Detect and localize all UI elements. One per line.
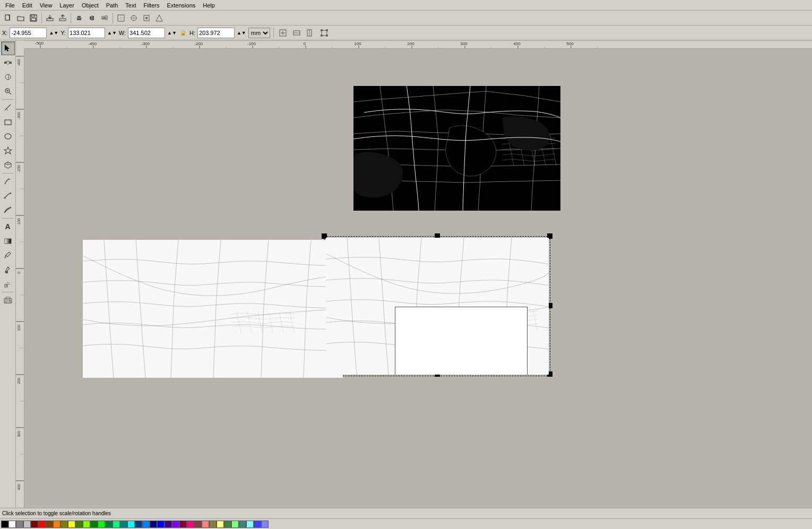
swatch-yellowgreen[interactable]: [83, 521, 90, 528]
map-object-3[interactable]: [326, 238, 549, 375]
swatch-yellow[interactable]: [68, 521, 75, 528]
map-object-1[interactable]: [353, 86, 560, 211]
align3-button[interactable]: [99, 12, 110, 24]
calligraphy-tool[interactable]: [1, 203, 15, 217]
y-spin[interactable]: ▲▼: [107, 30, 117, 36]
open-button[interactable]: [15, 12, 27, 24]
text-tool[interactable]: A: [1, 220, 15, 233]
swatch-maroon[interactable]: [31, 521, 38, 528]
y-input[interactable]: [70, 28, 103, 38]
snap3-button[interactable]: [141, 12, 152, 24]
swatch-medblue[interactable]: [254, 521, 261, 528]
canvas-work[interactable]: [24, 49, 812, 508]
swatch-lightgreen[interactable]: [231, 521, 239, 528]
w-input[interactable]: [129, 28, 163, 38]
star-tool[interactable]: [1, 144, 15, 158]
h-spin[interactable]: ▲▼: [237, 30, 246, 36]
snap2-button[interactable]: [128, 12, 140, 24]
spray-tool[interactable]: [1, 277, 15, 291]
menu-file[interactable]: File: [2, 2, 18, 9]
swatch-blue[interactable]: [157, 521, 165, 528]
swatch-cyan[interactable]: [127, 521, 135, 528]
swatch-navy[interactable]: [135, 521, 142, 528]
x-input-container[interactable]: [10, 28, 47, 38]
color-palette[interactable]: [0, 518, 812, 529]
swatch-lightcyan[interactable]: [246, 521, 254, 528]
swatch-lightsalmon[interactable]: [202, 521, 209, 528]
canvas-area[interactable]: -500 -400 -300 -200 -100 0 100 200: [16, 40, 812, 508]
swatch-black[interactable]: [1, 521, 8, 528]
menu-extensions[interactable]: Extensions: [163, 2, 198, 9]
transform-btn2[interactable]: [291, 27, 303, 39]
pencil-tool[interactable]: [1, 175, 15, 188]
import-button[interactable]: [44, 12, 56, 24]
swatch-rosybrown[interactable]: [194, 521, 202, 528]
swatch-darkyellow[interactable]: [75, 521, 83, 528]
swatch-red[interactable]: [38, 521, 46, 528]
swatch-green[interactable]: [90, 521, 98, 528]
swatch-dodgerblue[interactable]: [142, 521, 150, 528]
unit-select[interactable]: mm px cm in pt: [248, 28, 270, 38]
x-spin[interactable]: ▲▼: [49, 30, 58, 36]
ellipse-tool[interactable]: [1, 129, 15, 143]
swatch-medteal[interactable]: [239, 521, 246, 528]
swatch-medgreen[interactable]: [224, 521, 231, 528]
gradient-tool[interactable]: [1, 234, 15, 248]
dropper-tool[interactable]: [1, 248, 15, 262]
menu-edit[interactable]: Edit: [19, 2, 36, 9]
swatch-teal[interactable]: [120, 521, 127, 528]
menu-object[interactable]: Object: [79, 2, 102, 9]
menu-path[interactable]: Path: [103, 2, 122, 9]
rect-tool[interactable]: [1, 115, 15, 129]
select-tool[interactable]: [1, 41, 15, 55]
swatch-crimson[interactable]: [179, 521, 187, 528]
swatch-deeppink[interactable]: [187, 521, 194, 528]
align1-button[interactable]: [73, 12, 85, 24]
swatch-darkorange[interactable]: [46, 521, 53, 528]
measure-tool[interactable]: [1, 101, 15, 115]
swatch-springgreen[interactable]: [113, 521, 120, 528]
node-edit-tool[interactable]: [1, 56, 15, 70]
paint-bucket-tool[interactable]: [1, 263, 15, 276]
swatch-lime[interactable]: [98, 521, 105, 528]
y-input-container[interactable]: [68, 28, 105, 38]
map-object-2[interactable]: [83, 240, 343, 378]
transform-btn3[interactable]: [305, 27, 316, 39]
pen-tool[interactable]: [1, 189, 15, 203]
x-input[interactable]: [11, 28, 45, 38]
transform-btn1[interactable]: [277, 27, 289, 39]
export-button[interactable]: [57, 12, 68, 24]
swatch-white[interactable]: [8, 521, 16, 528]
w-input-container[interactable]: [128, 28, 165, 38]
transform-btn4[interactable]: [318, 27, 330, 39]
swatch-darkblue[interactable]: [150, 521, 157, 528]
h-input[interactable]: [199, 28, 233, 38]
menu-layer[interactable]: Layer: [56, 2, 77, 9]
snap4-button[interactable]: [153, 12, 165, 24]
swatch-lightyellow[interactable]: [217, 521, 224, 528]
swatch-lightblue[interactable]: [261, 521, 269, 528]
new-button[interactable]: [2, 12, 14, 24]
lock-proportions-button[interactable]: 🔒: [179, 29, 187, 37]
swatch-olive[interactable]: [61, 521, 68, 528]
print-tool[interactable]: [1, 293, 15, 307]
swatch-purple-dark[interactable]: [165, 521, 172, 528]
w-spin[interactable]: ▲▼: [167, 30, 177, 36]
save-button[interactable]: [28, 12, 39, 24]
swatch-gray[interactable]: [16, 521, 23, 528]
3dbox-tool[interactable]: [1, 158, 15, 172]
tweak-tool[interactable]: [1, 70, 15, 84]
swatch-orange[interactable]: [53, 521, 61, 528]
snap1-button[interactable]: [115, 12, 127, 24]
swatch-teal-dark[interactable]: [105, 521, 113, 528]
swatch-silver[interactable]: [23, 521, 31, 528]
menu-text[interactable]: Text: [122, 2, 139, 9]
align2-button[interactable]: [86, 12, 98, 24]
swatch-darkyellowgreen[interactable]: [209, 521, 217, 528]
h-input-container[interactable]: [197, 28, 235, 38]
zoom-tool[interactable]: [1, 84, 15, 98]
swatch-violet[interactable]: [172, 521, 179, 528]
menu-view[interactable]: View: [37, 2, 56, 9]
menu-filters[interactable]: Filters: [141, 2, 163, 9]
menu-help[interactable]: Help: [200, 2, 218, 9]
